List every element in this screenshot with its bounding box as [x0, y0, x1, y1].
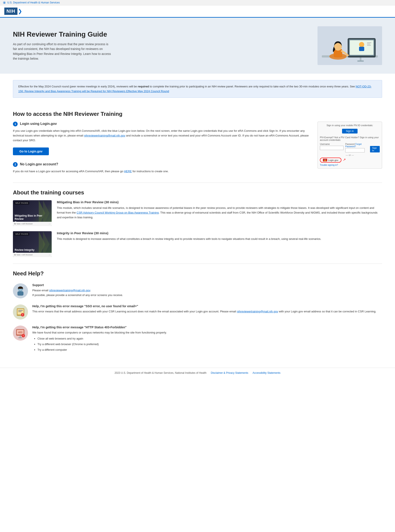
svg-point-16: [346, 54, 349, 56]
self-paced-badge-1: SELF PACED: [14, 202, 29, 204]
hhs-icon: 🏛: [3, 1, 6, 4]
footer-disclaimer-link[interactable]: Disclaimer & Privacy Statements: [211, 371, 248, 374]
help-text-sso: This error means that the email address …: [32, 309, 382, 314]
nih-logo: NIH: [4, 8, 17, 15]
password-field[interactable]: [345, 148, 365, 153]
course-item-2: SELF PACED Review IntegrityCourse 🏛 Tabl…: [13, 231, 382, 257]
help-heading-support: Support: [32, 283, 382, 287]
sso-email[interactable]: nihreviewertraining@mail.nih.gov: [237, 310, 278, 313]
footer-copyright: 2023 U.S. Department of Health & Human S…: [115, 371, 206, 374]
svg-rect-35: [18, 337, 22, 338]
step2-here-link[interactable]: HERE: [124, 170, 132, 173]
courses-section: SELF PACED Mitigating Bias in Peer Revie…: [13, 200, 382, 257]
svg-text:403: 403: [18, 331, 22, 334]
hhs-link[interactable]: U.S. Department of Health & Human Servic…: [7, 1, 60, 4]
svg-rect-11: [360, 57, 362, 61]
main-content: How to access the NIH Reviewer Training …: [0, 104, 395, 368]
alert-text-before: Effective for the May 2024 Council round…: [18, 85, 138, 88]
step-section: 1 Login using Login.gov If you use Login…: [13, 122, 382, 176]
help-text-403: We have found that some computers or cam…: [32, 330, 382, 352]
step2-para: If you do not have a Login.gov account f…: [13, 169, 309, 174]
courses-title: About the training courses: [13, 189, 382, 196]
step2-heading: 2 No Login.gov account?: [13, 162, 309, 167]
alert-box: Effective for the May 2024 Council round…: [13, 80, 382, 98]
step1-text: 1 Login using Login.gov If you use Login…: [13, 122, 309, 176]
course-info-1: Mitigating Bias in Peer Review (30 mins)…: [57, 200, 382, 220]
top-bar: 🏛 U.S. Department of Health & Human Serv…: [0, 0, 395, 5]
hero-section: NIH Reviewer Training Guide As part of o…: [0, 18, 395, 74]
svg-rect-9: [367, 44, 370, 44]
help-item-sso: ! Help, I'm getting this error message "…: [13, 304, 382, 319]
course-title-2: Integrity in Peer Review (30 mins): [57, 231, 382, 235]
course-info-2: Integrity in Peer Review (30 mins) This …: [57, 231, 382, 241]
course-thumbnail-2: SELF PACED Review IntegrityCourse 🏛 Tabl…: [13, 231, 52, 257]
help-heading-sso: Help, I'm getting this error message "SS…: [32, 304, 382, 308]
hero-text: NIH Reviewer Training Guide As part of o…: [13, 30, 112, 61]
divider-2: [13, 263, 382, 264]
alert-bold: required: [138, 85, 149, 88]
nih-header: NIH ❯: [0, 5, 395, 18]
svg-text:!: !: [23, 335, 23, 337]
help-text-support: Please email nihreviewertraining@mail.ni…: [32, 288, 382, 297]
login-mockup-image: Sign in using your mobile PIV.ID credent…: [318, 122, 382, 169]
svg-rect-28: [18, 311, 22, 312]
help-content-403: Help, I'm getting this error message "HT…: [32, 325, 382, 353]
username-field[interactable]: [320, 146, 344, 150]
help-content-sso: Help, I'm getting this error message "SS…: [32, 304, 382, 314]
course-title-1: Mitigating Bias in Peer Review (30 mins): [57, 200, 382, 204]
http-403-icon: 403 !: [13, 325, 28, 341]
course-desc-2: This module is designed to increase awar…: [57, 237, 382, 241]
svg-rect-27: [18, 310, 23, 311]
help-section: Support Please email nihreviewertraining…: [13, 283, 382, 353]
how-to-title: How to access the NIH Reviewer Training: [13, 111, 382, 117]
step1-heading: 1 Login using Login.gov: [13, 122, 309, 126]
course-label-2: Review IntegrityCourse: [15, 248, 34, 255]
login-gov-button[interactable]: Go to Login.gov: [13, 148, 49, 155]
page-title: NIH Reviewer Training Guide: [13, 30, 112, 38]
help-list-item-1: Close all web browsers and try again: [38, 336, 382, 341]
help-content-support: Support Please email nihreviewertraining…: [32, 283, 382, 297]
self-paced-badge-2: SELF PACED: [14, 232, 29, 236]
step2-badge: 2: [13, 162, 18, 167]
hero-image: [318, 26, 382, 65]
svg-rect-34: [20, 336, 21, 337]
course-item-1: SELF PACED Mitigating Bias in Peer Revie…: [13, 200, 382, 226]
help-heading-403: Help, I'm getting this error message "HT…: [32, 325, 382, 329]
help-list-item-2: Try a different web browser (Chrome is p…: [38, 342, 382, 347]
help-item-support: Support Please email nihreviewertraining…: [13, 283, 382, 298]
help-item-403: 403 ! Help, I'm getting this error messa…: [13, 325, 382, 353]
svg-point-6: [359, 42, 364, 47]
help-list-403: Close all web browsers and try again Try…: [38, 336, 382, 352]
nih-arrow: ❯: [18, 8, 22, 14]
svg-rect-12: [357, 60, 364, 62]
hero-description: As part of our continuing effort to ensu…: [13, 42, 112, 61]
footer: 2023 U.S. Department of Health & Human S…: [0, 368, 395, 378]
sso-icon: !: [13, 304, 28, 319]
step1-badge: 1: [13, 122, 18, 126]
course-link-1[interactable]: CSR Advisory Council Working Group on Bi…: [77, 211, 159, 214]
svg-text:!: !: [22, 314, 23, 316]
svg-rect-8: [367, 42, 371, 43]
footer-accessibility-link[interactable]: Accessibility Statements: [252, 371, 280, 374]
svg-rect-22: [17, 291, 23, 296]
help-list-item-3: Try a different computer: [38, 347, 382, 352]
course-thumbnail-1: SELF PACED Mitigating Bias in Peer Revie…: [13, 200, 52, 226]
step1-email[interactable]: nihreviewertraining@mail.nih.gov: [84, 134, 125, 137]
svg-text:🏛: 🏛: [3, 2, 5, 4]
support-icon: [13, 283, 28, 298]
course-label-1: Mitigating Bias in Peer ReviewCourse: [15, 214, 50, 224]
support-email[interactable]: nihreviewertraining@mail.nih.gov: [49, 289, 90, 292]
course-desc-1: This module, which includes several real…: [57, 206, 382, 220]
step1-para: If you use Login.gov credentials when lo…: [13, 129, 309, 143]
help-title: Need Help?: [13, 270, 382, 277]
svg-rect-10: [367, 45, 371, 46]
svg-rect-7: [359, 47, 364, 51]
alert-text-after: to complete the training prior to partic…: [149, 85, 356, 88]
